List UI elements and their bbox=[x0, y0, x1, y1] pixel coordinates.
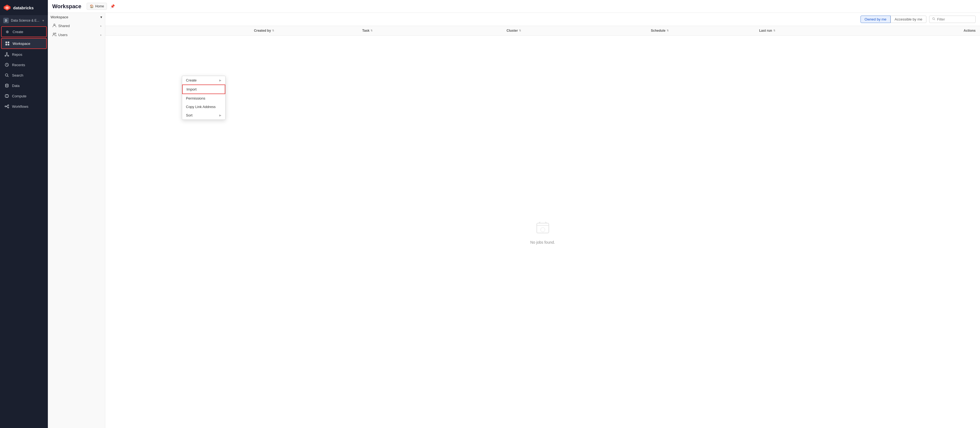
svg-rect-2 bbox=[5, 44, 7, 45]
sidebar-item-create[interactable]: ⊕ Create bbox=[1, 26, 47, 37]
workspace-selector[interactable]: D Data Science & E... ▼ bbox=[0, 16, 48, 26]
svg-rect-1 bbox=[8, 41, 9, 43]
file-panel-workspace-item[interactable]: Workspace ▾ bbox=[48, 13, 105, 21]
sidebar-item-compute[interactable]: Compute bbox=[1, 91, 47, 101]
empty-state-message: No jobs found. bbox=[530, 240, 555, 245]
table-header: Created by ⇅ Task ⇅ Cluster ⇅ Schedule ⇅… bbox=[105, 26, 980, 35]
context-menu-sort-arrow: ▶ bbox=[219, 114, 221, 117]
tab-owned-by-me[interactable]: Owned by me bbox=[861, 16, 891, 23]
home-button-label: Home bbox=[95, 5, 104, 8]
col-header-created-by[interactable]: Created by ⇅ bbox=[254, 29, 362, 33]
context-menu-permissions[interactable]: Permissions bbox=[182, 94, 225, 103]
col-schedule-sort-icon: ⇅ bbox=[667, 29, 669, 32]
sidebar-item-repos[interactable]: Repos bbox=[1, 49, 47, 59]
sidebar-item-workflows[interactable]: Workflows bbox=[1, 102, 47, 111]
file-tree-users-label: Users bbox=[58, 33, 68, 37]
file-tree-item-users[interactable]: Users ▸ bbox=[48, 30, 105, 40]
sidebar: databricks D Data Science & E... ▼ ⊕ Cre… bbox=[0, 0, 48, 428]
col-header-task[interactable]: Task ⇅ bbox=[362, 29, 507, 33]
col-last-run-sort-icon: ⇅ bbox=[773, 29, 775, 32]
svg-point-16 bbox=[55, 33, 56, 34]
sidebar-item-data-label: Data bbox=[12, 84, 19, 88]
context-menu-sort[interactable]: Sort ▶ bbox=[182, 111, 225, 119]
sidebar-item-recents-label: Recents bbox=[12, 63, 25, 67]
page-title: Workspace bbox=[52, 3, 81, 10]
sidebar-item-compute-label: Compute bbox=[12, 94, 27, 98]
workspace-selector-name: Data Science & E... bbox=[11, 19, 40, 22]
context-menu-create-arrow: ▶ bbox=[219, 79, 221, 82]
sidebar-item-search[interactable]: Search bbox=[1, 70, 47, 80]
file-panel: Workspace ▾ Shared ▸ Users ▸ bbox=[48, 13, 105, 428]
col-last-run-label: Last run bbox=[759, 29, 772, 33]
compute-icon bbox=[5, 94, 9, 99]
col-header-last-run[interactable]: Last run ⇅ bbox=[759, 29, 867, 33]
context-menu-create-label: Create bbox=[186, 78, 197, 82]
home-icon: 🏠 bbox=[90, 5, 94, 8]
chevron-down-icon: ▼ bbox=[42, 19, 45, 22]
col-schedule-label: Schedule bbox=[651, 29, 665, 33]
logo-text: databricks bbox=[13, 5, 33, 10]
below-topbar: Workspace ▾ Shared ▸ Users ▸ bbox=[48, 13, 980, 428]
filter-input[interactable] bbox=[937, 17, 973, 21]
svg-point-11 bbox=[5, 106, 6, 107]
col-created-by-label: Created by bbox=[254, 29, 271, 33]
col-header-actions: Actions bbox=[867, 29, 975, 33]
context-menu-import[interactable]: Import bbox=[182, 84, 225, 94]
col-cluster-label: Cluster bbox=[507, 29, 518, 33]
filter-search-icon bbox=[932, 17, 935, 21]
search-icon bbox=[5, 73, 9, 78]
context-menu-copy-link[interactable]: Copy Link Address bbox=[182, 103, 225, 111]
context-menu-create[interactable]: Create ▶ bbox=[182, 76, 225, 84]
context-menu-sort-label: Sort bbox=[186, 113, 192, 117]
svg-rect-18 bbox=[537, 223, 549, 233]
sidebar-item-workspace[interactable]: Workspace bbox=[1, 38, 47, 49]
filter-input-wrapper[interactable] bbox=[929, 16, 975, 23]
svg-rect-3 bbox=[8, 44, 9, 45]
file-panel-workspace-arrow: ▾ bbox=[100, 15, 102, 19]
workspace-icon bbox=[5, 41, 10, 46]
content-header: Owned by me Accessible by me bbox=[105, 13, 980, 26]
tab-accessible-by-me[interactable]: Accessible by me bbox=[891, 16, 926, 23]
col-header-cluster[interactable]: Cluster ⇅ bbox=[507, 29, 651, 33]
shared-arrow-icon: ▸ bbox=[100, 24, 102, 27]
shared-icon bbox=[52, 23, 57, 29]
sidebar-item-workspace-label: Workspace bbox=[13, 41, 30, 46]
recents-icon bbox=[5, 62, 9, 67]
svg-point-15 bbox=[53, 33, 55, 35]
sidebar-item-repos-label: Repos bbox=[12, 53, 22, 57]
context-menu: Create ▶ Import Permissions Copy Link Ad… bbox=[182, 76, 226, 120]
col-task-label: Task bbox=[362, 29, 369, 33]
empty-state-icon bbox=[535, 220, 551, 236]
file-tree-item-shared[interactable]: Shared ▸ bbox=[48, 21, 105, 30]
sidebar-item-recents[interactable]: Recents bbox=[1, 60, 47, 70]
svg-point-13 bbox=[8, 107, 9, 108]
sidebar-item-search-label: Search bbox=[12, 73, 23, 77]
users-icon bbox=[52, 32, 57, 37]
file-tree-shared-label: Shared bbox=[58, 24, 70, 28]
users-arrow-icon: ▸ bbox=[100, 33, 102, 37]
topbar: Workspace 🏠 Home 📌 bbox=[48, 0, 980, 13]
data-icon bbox=[5, 83, 9, 88]
svg-rect-10 bbox=[5, 95, 8, 97]
svg-point-4 bbox=[6, 53, 7, 54]
sidebar-item-workflows-label: Workflows bbox=[12, 105, 29, 108]
workflows-icon bbox=[5, 104, 9, 109]
home-button[interactable]: 🏠 Home bbox=[87, 3, 107, 10]
svg-rect-0 bbox=[5, 41, 7, 43]
context-menu-permissions-label: Permissions bbox=[186, 96, 205, 100]
svg-point-19 bbox=[541, 228, 545, 232]
file-panel-workspace-label: Workspace bbox=[51, 15, 68, 19]
svg-point-14 bbox=[54, 24, 55, 25]
workspace-selector-icon: D bbox=[3, 18, 9, 23]
main-area: Workspace 🏠 Home 📌 Workspace ▾ Shared ▸ bbox=[48, 0, 980, 428]
content-area: Owned by me Accessible by me Created by … bbox=[105, 13, 980, 428]
sidebar-item-data[interactable]: Data bbox=[1, 81, 47, 91]
context-menu-copy-link-label: Copy Link Address bbox=[186, 105, 215, 109]
col-cluster-sort-icon: ⇅ bbox=[519, 29, 521, 32]
col-header-schedule[interactable]: Schedule ⇅ bbox=[651, 29, 759, 33]
svg-point-9 bbox=[5, 84, 8, 85]
context-menu-import-label: Import bbox=[186, 87, 197, 91]
col-sort-icon: ⇅ bbox=[272, 29, 274, 32]
databricks-logo-icon bbox=[3, 4, 11, 11]
pin-icon[interactable]: 📌 bbox=[110, 4, 115, 8]
